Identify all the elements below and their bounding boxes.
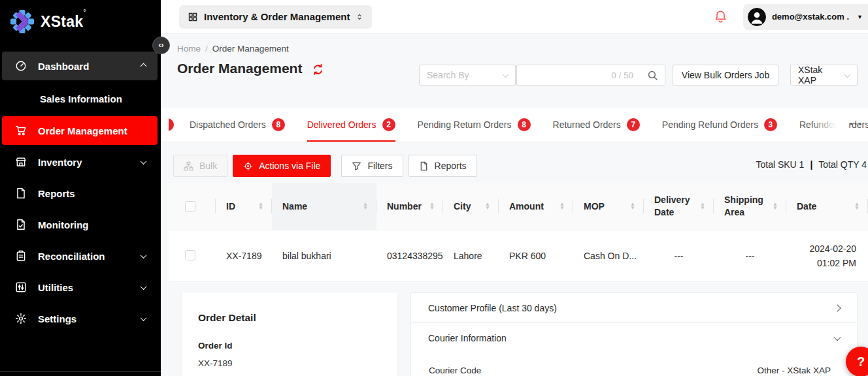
search-button[interactable] — [640, 65, 665, 86]
sidebar-item-label: Dashboard — [38, 61, 89, 72]
channel-select[interactable]: XStak XAP — [790, 65, 858, 86]
actions-toolbar: Bulk Actions via File Filters Reports — [161, 155, 868, 177]
clipped-tab-badge — [169, 118, 174, 131]
accordion-label: Customer Profile (Last 30 days) — [428, 303, 557, 313]
app-switcher[interactable]: Inventory & Order Management — [179, 5, 372, 29]
accordion-courier-information[interactable]: Courier Information — [410, 322, 858, 353]
bulk-label: Bulk — [199, 161, 217, 171]
sidebar-collapse-button[interactable]: ‹› — [152, 37, 170, 54]
sidebar-item-settings[interactable]: Settings — [2, 304, 158, 333]
sort-icon[interactable]: ▲▼ — [854, 202, 860, 211]
column-header-mop[interactable]: MOP ▲▼ — [573, 183, 644, 230]
cell-city: Lahore — [443, 251, 499, 261]
filters-button[interactable]: Filters — [341, 155, 403, 177]
sort-icon[interactable]: ▲▼ — [363, 202, 368, 211]
page-title: Order Management — [177, 61, 302, 76]
column-header-amount[interactable]: Amount ▲▼ — [499, 183, 573, 230]
table-row[interactable]: XX-7189 bilal bukhari 03124338295 Lahore… — [169, 230, 868, 282]
column-header-id[interactable]: ID ▲▼ — [216, 183, 272, 230]
sidebar-item-order-management[interactable]: Order Management — [2, 116, 158, 145]
search-field: 0 / 50 — [516, 65, 641, 86]
table-header-row: ID ▲▼ Name ▲▼ Number ▲▼ City ▲▼ Amount — [169, 183, 868, 230]
chevron-up-icon — [141, 63, 147, 69]
select-all-checkbox[interactable] — [185, 201, 195, 212]
sidebar-item-dashboard[interactable]: Dashboard — [2, 52, 158, 80]
view-bulk-orders-job-button[interactable]: View Bulk Orders Job — [673, 65, 778, 86]
sort-icon[interactable]: ▲▼ — [559, 202, 565, 211]
tab-count-badge: 8 — [518, 118, 531, 131]
sort-icon[interactable]: ▲▼ — [700, 202, 705, 211]
app-root: XStak° Dashboard Sales Information Order… — [0, 0, 868, 376]
tab-delivered-orders[interactable]: Delivered Orders 2 — [307, 108, 395, 142]
tab-returned-orders[interactable]: Returned Orders 7 — [553, 108, 640, 142]
search-input[interactable] — [524, 70, 602, 80]
column-header-number[interactable]: Number ▲▼ — [376, 183, 443, 230]
column-header-shipping-area[interactable]: Shipping Area ▲▼ — [714, 183, 786, 230]
sidebar-item-label: Monitoring — [38, 219, 88, 230]
tab-count-badge: 7 — [627, 118, 640, 131]
bulk-button[interactable]: Bulk — [173, 155, 227, 177]
search-by-select[interactable]: Search By — [419, 65, 516, 86]
sort-icon[interactable]: ▲▼ — [773, 202, 778, 211]
sidebar-item-monitoring[interactable]: Monitoring — [2, 210, 158, 239]
totals-divider: | — [810, 159, 812, 170]
grid-icon — [188, 12, 198, 22]
cell-name: bilal bukhari — [272, 251, 376, 261]
sidebar-item-reports[interactable]: Reports — [2, 179, 158, 208]
tab-count-badge: 3 — [764, 118, 777, 131]
tabs-overflow-button[interactable]: ··· — [850, 118, 863, 131]
accordion-customer-profile[interactable]: Customer Profile (Last 30 days) — [410, 292, 858, 323]
sort-icon[interactable]: ▲▼ — [429, 202, 435, 211]
chevron-down-icon — [141, 315, 147, 321]
avatar — [748, 8, 766, 26]
help-button[interactable]: ? — [846, 347, 868, 376]
actions-via-file-button[interactable]: Actions via File — [233, 155, 331, 177]
column-header-city[interactable]: City ▲▼ — [443, 183, 499, 230]
tab-pending-refund-orders[interactable]: Pending Refund Orders 3 — [662, 108, 777, 142]
sidebar-item-reconciliation[interactable]: Reconciliation — [2, 242, 158, 270]
tab-count-badge: 8 — [272, 118, 285, 131]
order-detail-title: Order Detail — [198, 312, 381, 324]
column-header-delivery-date[interactable]: Delivery Date ▲▼ — [644, 183, 714, 230]
breadcrumb-home[interactable]: Home — [177, 44, 201, 54]
cell-amount: PKR 600 — [499, 251, 573, 261]
chevron-down-icon — [833, 333, 841, 340]
courier-code-label: Courier Code — [429, 366, 481, 376]
courier-information-content: Courier Code Other - XStak XAP — [410, 352, 858, 376]
sidebar-item-sales-information[interactable]: Sales Information — [2, 87, 158, 111]
funnel-icon — [352, 161, 361, 171]
file-icon — [419, 161, 429, 171]
reports-label: Reports — [435, 161, 467, 171]
notification-bell-icon[interactable] — [714, 10, 727, 24]
column-header-name[interactable]: Name ▲▼ — [272, 183, 376, 230]
sidebar-item-label: Reconciliation — [38, 251, 105, 262]
sidebar-item-inventory[interactable]: Inventory — [2, 148, 158, 176]
tab-label: Pending Return Orders — [418, 119, 512, 130]
user-email: demo@xstak.com . — [772, 12, 849, 22]
reports-button[interactable]: Reports — [409, 155, 477, 177]
channel-label: XStak XAP — [798, 65, 840, 86]
user-menu[interactable]: demo@xstak.com . ▼ — [743, 4, 868, 30]
refresh-icon[interactable] — [312, 63, 324, 76]
row-checkbox[interactable] — [185, 250, 195, 260]
cell-date-value: 2024-02-20 — [786, 242, 856, 256]
totals-summary: Total SKU 1|Total QTY 4 — [756, 159, 867, 170]
tabs-viewport: Dispatched Orders 8 Delivered Orders 2 P… — [169, 108, 868, 142]
brand-logo: XStak° — [0, 0, 161, 33]
view-bulk-orders-job-label: View Bulk Orders Job — [682, 70, 769, 80]
tab-label: Delivered Orders — [307, 119, 376, 130]
clipboard-icon — [15, 250, 27, 262]
tab-pending-return-orders[interactable]: Pending Return Orders 8 — [418, 108, 531, 142]
tab-dispatched-orders[interactable]: Dispatched Orders 8 — [190, 108, 285, 142]
sidebar-nav: Dashboard Sales Information Order Manage… — [0, 52, 161, 333]
sort-icon[interactable]: ▲▼ — [485, 202, 490, 211]
column-header-date[interactable]: Date ▲▼ — [786, 183, 868, 230]
sidebar-item-utilities[interactable]: Utilities — [2, 273, 158, 302]
sort-icon[interactable]: ▲▼ — [630, 202, 635, 211]
brand-trademark: ° — [83, 8, 86, 16]
chevron-down-icon — [141, 252, 147, 258]
chevron-down-icon — [844, 71, 851, 78]
sort-icon[interactable]: ▲▼ — [258, 202, 263, 211]
sidebar-item-label: Inventory — [38, 157, 82, 168]
order-id-label: Order Id — [198, 341, 381, 351]
